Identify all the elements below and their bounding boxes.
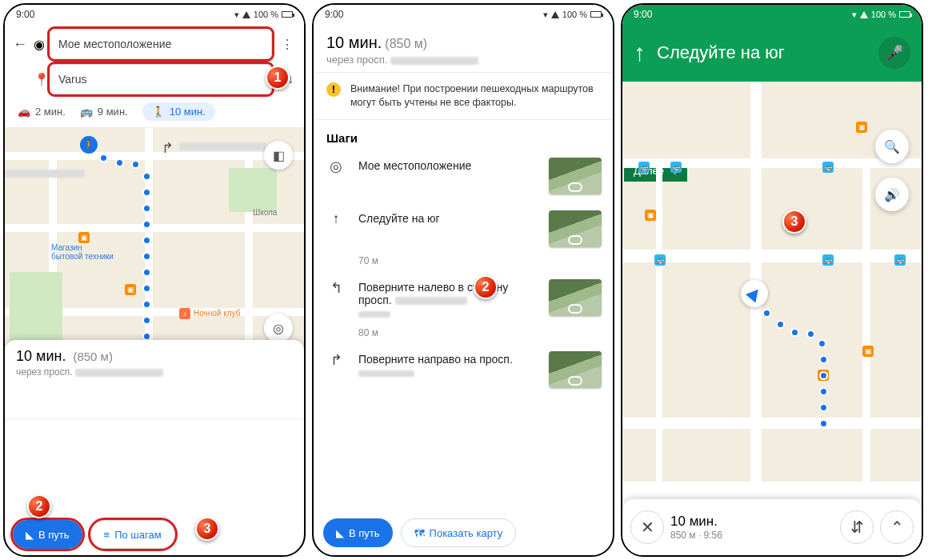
step-distance: 70 м (314, 255, 613, 271)
annotation-badge-2: 2 (474, 275, 498, 299)
nav-time: 10 мин. (670, 514, 834, 530)
bus-stop-icon[interactable]: 🚌 (670, 162, 682, 173)
clock: 9:00 (325, 9, 343, 20)
step-item[interactable]: ↰ Поверните налево в сторону просп. (314, 271, 613, 327)
battery-icon (282, 11, 293, 18)
mode-transit[interactable]: 🚌9 мин. (80, 106, 128, 118)
warning-text: Внимание! При построении пешеходных марш… (350, 82, 600, 110)
bus-stop-icon[interactable]: 🚌 (654, 254, 666, 266)
routes-icon: ⇵ (850, 518, 864, 537)
poi-icon[interactable]: ▣ (645, 210, 656, 221)
turn-indicator-icon: ↱ (162, 139, 174, 157)
expand-sheet-button[interactable]: ⌃ (880, 510, 914, 544)
close-icon: ✕ (641, 518, 654, 537)
status-bar: 9:00 ▾ 100 % (314, 5, 613, 24)
clock: 9:00 (16, 9, 34, 20)
annotation-badge-3: 3 (195, 517, 219, 541)
back-icon[interactable]: ← (11, 36, 29, 53)
walk-icon: 🚶 (152, 106, 165, 118)
wifi-icon: ▾ (543, 10, 548, 20)
map-canvas[interactable]: 🚶 ↱ Varus ▣ Магазин бытовой техники ♪ Но… (5, 128, 304, 418)
turn-left-icon: ↰ (325, 279, 347, 297)
steps-button[interactable]: ≡ По шагам (90, 520, 175, 549)
car-icon: 🚗 (18, 106, 30, 118)
start-navigation-button[interactable]: ◣ В путь (13, 520, 82, 549)
layers-button[interactable]: ◧ (264, 141, 293, 170)
walk-route-badge: 🚶 (80, 136, 98, 154)
step-item[interactable]: ◎ Мое местоположение (314, 150, 613, 202)
battery-icon (590, 11, 602, 18)
wifi-icon: ▾ (852, 10, 857, 20)
bus-stop-icon[interactable]: 🚌 (822, 162, 834, 173)
annotation-badge-1: 1 (266, 66, 290, 90)
status-bar: 9:00 ▾ 100 % (5, 5, 304, 24)
streetview-thumb[interactable] (549, 210, 602, 247)
battery-icon (899, 11, 910, 18)
poi-club-icon[interactable]: ♪ (179, 308, 190, 319)
turn-right-icon: ↱ (325, 351, 347, 369)
map-icon: 🗺 (414, 527, 425, 539)
step-text: Поверните направо на просп. (358, 351, 538, 378)
navigation-cursor (741, 280, 768, 307)
my-location-button[interactable]: ◎ (264, 314, 293, 342)
arrow-up-icon: ↑ (325, 210, 347, 227)
chevron-up-icon: ⌃ (890, 518, 904, 537)
show-map-button[interactable]: 🗺 Показать карту (401, 518, 517, 547)
origin-input[interactable]: Мое местоположение (50, 29, 272, 59)
search-icon: 🔍 (884, 139, 900, 154)
step-item[interactable]: ↑ Следуйте на юг (314, 202, 613, 255)
signal-icon (242, 11, 250, 18)
navigation-bottom-sheet[interactable]: ✕ 10 мин. 850 м · 9:56 ⇵ ⌃ (622, 499, 922, 555)
poi-icon[interactable]: ▣ (862, 346, 874, 357)
mode-walk[interactable]: 🚶10 мин. (142, 102, 215, 121)
streetview-thumb[interactable] (549, 351, 602, 388)
navigation-map[interactable]: Далее ↰ 🚌 🚌 🚌 🚌 🚌 🚌 ▣ ▣ ▣ ▣ (622, 82, 922, 482)
poi-club-label: Ночной клуб (194, 309, 240, 318)
route-via: через просп. (16, 366, 293, 378)
step-text: Поверните налево в сторону просп. (358, 279, 538, 319)
status-bar: 9:00 ▾ 100 % (622, 5, 922, 24)
route-time-heading: 10 мин.(850 м) (326, 34, 600, 52)
more-icon[interactable]: ⋮ (281, 37, 294, 52)
warning-icon: ! (326, 82, 341, 97)
signal-icon (551, 11, 559, 18)
bus-stop-icon[interactable]: 🚌 (638, 162, 650, 173)
poi-shop-icon[interactable]: ▣ (78, 232, 90, 243)
step-text: Мое местоположение (358, 158, 538, 172)
battery-pct: 100 % (562, 10, 587, 19)
origin-dot-icon: ◉ (34, 37, 45, 52)
route-time: 10 мин. (850 м) (16, 348, 293, 365)
streetview-thumb[interactable] (549, 158, 602, 194)
step-text: Следуйте на юг (358, 210, 538, 225)
signal-icon (860, 11, 868, 18)
direction-arrow-icon: ↑ (634, 39, 646, 66)
navigate-icon: ◣ (26, 529, 34, 541)
wifi-icon: ▾ (234, 10, 239, 20)
navigation-instruction: Следуйте на юг (657, 42, 785, 63)
destination-input[interactable]: Varus (50, 64, 272, 94)
close-navigation-button[interactable]: ✕ (630, 510, 664, 544)
search-fab[interactable]: 🔍 (875, 130, 909, 163)
step-item[interactable]: ↱ Поверните направо на просп. (314, 343, 613, 396)
step-distance: 80 м (314, 327, 613, 343)
alternate-routes-button[interactable]: ⇵ (840, 510, 874, 544)
clock: 9:00 (634, 9, 652, 20)
poi-school-label: Школа (253, 208, 277, 217)
streetview-thumb[interactable] (549, 279, 602, 316)
poi-shop-label: Магазин бытовой техники (51, 243, 114, 261)
mic-icon: 🎤 (886, 44, 903, 62)
route-summary-sheet[interactable]: 10 мин. (850 м) через просп. (5, 340, 304, 418)
route-via: через просп. (326, 54, 600, 66)
poi-icon[interactable]: ▣ (856, 122, 867, 133)
annotation-badge-2: 2 (27, 494, 51, 518)
voice-button[interactable]: 🎤 (878, 37, 910, 69)
start-navigation-button[interactable]: ◣ В путь (323, 518, 393, 547)
annotation-badge-3: 3 (782, 210, 806, 234)
mode-car[interactable]: 🚗2 мин. (18, 106, 66, 118)
bus-stop-icon[interactable]: 🚌 (822, 254, 834, 266)
destination-value: Varus (58, 73, 87, 86)
sound-icon: 🔊 (884, 187, 900, 202)
bus-stop-icon[interactable]: 🚌 (894, 254, 906, 266)
poi-icon[interactable]: ▣ (125, 284, 136, 295)
sound-fab[interactable]: 🔊 (875, 178, 909, 211)
